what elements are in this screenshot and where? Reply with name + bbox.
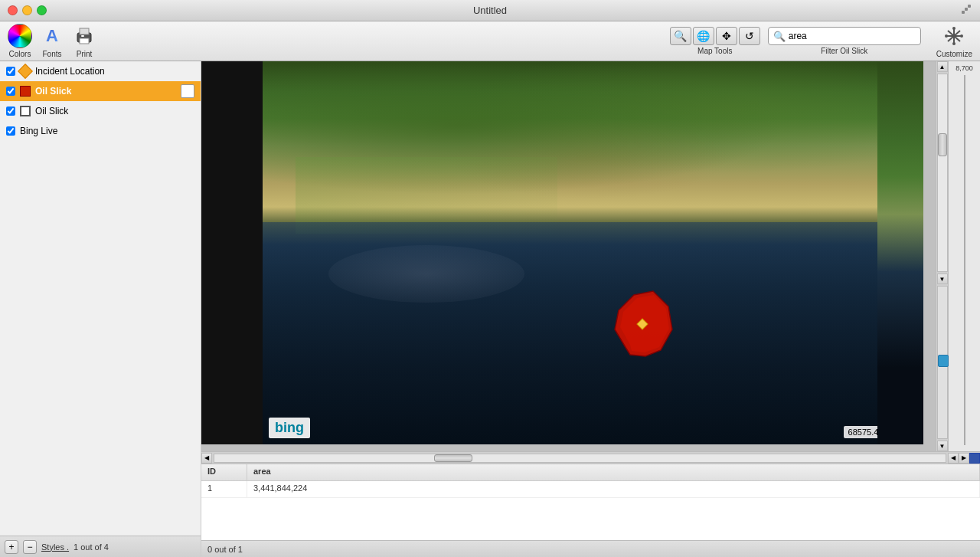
- layer-count: 1 out of 4: [74, 542, 109, 552]
- svg-rect-4: [80, 28, 89, 34]
- titlebar: Untitled: [0, 0, 980, 21]
- oil-slick-icon: [20, 106, 31, 116]
- hscroll-end-buttons: ◀ ▶: [948, 453, 980, 464]
- status-text: 0 out of 1: [207, 545, 243, 554]
- customize-area[interactable]: Customize: [936, 24, 972, 58]
- add-layer-button[interactable]: +: [5, 540, 18, 554]
- scroll-track-vertical[interactable]: [937, 74, 948, 272]
- oil-slick-selected-icon: [20, 86, 31, 97]
- layer-checkbox-oil-slick[interactable]: [6, 106, 15, 116]
- attribute-table: ID area 1 3,441,844,224: [201, 464, 980, 540]
- svg-rect-5: [80, 38, 89, 44]
- layer-checkbox-incident[interactable]: [6, 67, 15, 76]
- sidebar-bottom: + − Styles . 1 out of 4: [0, 536, 201, 557]
- hscroll-thumb[interactable]: [434, 454, 472, 462]
- customize-label: Customize: [936, 50, 972, 58]
- layer-item-oil-slick-selected[interactable]: Oil Slick ⬡: [0, 81, 201, 101]
- incident-location-icon: [18, 64, 33, 79]
- map-right-satellite: [877, 61, 923, 444]
- map-scrollbar-vertical[interactable]: ▲ ▼ ▼: [936, 61, 948, 451]
- layer-label-bing: Bing Live: [20, 126, 57, 136]
- svg-point-12: [952, 42, 956, 45]
- scroll-up-button[interactable]: ▲: [937, 61, 948, 72]
- scroll-thumb-vertical[interactable]: [938, 133, 947, 156]
- window-controls: [8, 5, 47, 15]
- layer-item-incident-location[interactable]: Incident Location: [0, 61, 201, 81]
- search-icon: 🔍: [773, 31, 786, 42]
- maximize-button[interactable]: [37, 5, 47, 15]
- svg-point-11: [952, 27, 956, 30]
- scroll-left-button[interactable]: ◀: [201, 453, 212, 464]
- remove-layer-button[interactable]: −: [23, 540, 37, 554]
- search-input[interactable]: [789, 31, 916, 41]
- fonts-icon: A: [40, 24, 64, 48]
- close-button[interactable]: [8, 5, 18, 15]
- svg-rect-1: [962, 11, 965, 14]
- refresh-button[interactable]: ↺: [739, 27, 760, 45]
- fonts-tool[interactable]: A Fonts: [40, 24, 64, 58]
- svg-rect-0: [968, 5, 971, 8]
- search-bar[interactable]: 🔍: [768, 27, 921, 45]
- map-row: bing 68575.4 metres ▲ ▼: [201, 61, 980, 451]
- scroll-prev-button[interactable]: ◀: [948, 453, 959, 464]
- col-header-id[interactable]: ID: [201, 464, 247, 480]
- svg-rect-6: [81, 35, 84, 37]
- layer-label-oil-slick: Oil Slick: [35, 106, 68, 116]
- oil-slick-polygon: [611, 287, 676, 360]
- attribute-table-header: ID area: [201, 464, 980, 481]
- layer-item-bing-live[interactable]: Bing Live: [0, 121, 201, 141]
- window-title: Untitled: [473, 5, 507, 16]
- layer-list: Incident Location Oil Slick ⬡ Oil Slick …: [0, 61, 201, 536]
- svg-point-14: [960, 34, 963, 38]
- main-layout: Incident Location Oil Slick ⬡ Oil Slick …: [0, 61, 980, 557]
- print-label: Print: [77, 50, 93, 58]
- scale-panel: 8,700: [948, 61, 980, 451]
- table-row[interactable]: 1 3,441,844,224: [201, 481, 980, 498]
- layer-checkbox-oil-slick-selected[interactable]: [6, 87, 15, 96]
- map-canvas[interactable]: bing 68575.4 metres: [201, 61, 936, 451]
- hscroll-end-indicator: [969, 453, 980, 464]
- svg-point-13: [945, 34, 948, 38]
- attribute-table-body: 1 3,441,844,224: [201, 481, 980, 540]
- layer-expand-button[interactable]: ⬡: [181, 84, 194, 98]
- status-bar: 0 out of 1: [201, 540, 980, 557]
- styles-link[interactable]: Styles .: [41, 542, 69, 552]
- map-tools-label: Map Tools: [697, 47, 732, 55]
- layer-label-incident: Incident Location: [35, 66, 105, 77]
- scale-value: 8,700: [956, 64, 973, 72]
- map-hscroll[interactable]: ◀ ◀ ▶: [201, 451, 980, 464]
- scroll-next-button[interactable]: ▶: [959, 453, 969, 464]
- map-image: bing 68575.4 metres: [263, 61, 917, 444]
- map-column: bing 68575.4 metres ▲ ▼: [201, 61, 980, 557]
- minimize-button[interactable]: [22, 5, 32, 15]
- zoom-slider-track[interactable]: [937, 286, 948, 439]
- svg-rect-2: [965, 8, 968, 11]
- print-icon: [72, 24, 96, 48]
- cell-id: 1: [201, 481, 247, 497]
- pan-button[interactable]: ✥: [716, 27, 737, 45]
- print-tool[interactable]: Print: [72, 24, 96, 58]
- layer-label-oil-slick-selected: Oil Slick: [35, 86, 71, 97]
- bing-logo: bing: [269, 418, 310, 438]
- cell-area: 3,441,844,224: [247, 481, 980, 497]
- customize-button[interactable]: [942, 24, 966, 48]
- layer-checkbox-bing[interactable]: [6, 126, 15, 136]
- search-area: 🔍 Filter Oil Slick: [768, 27, 921, 55]
- resize-icon: [960, 3, 972, 18]
- filter-label: Filter Oil Slick: [821, 47, 867, 55]
- zoom-slider-thumb[interactable]: [938, 355, 949, 367]
- sidebar: Incident Location Oil Slick ⬡ Oil Slick …: [0, 61, 201, 557]
- scroll-bottom-button[interactable]: ▼: [937, 441, 948, 451]
- fonts-label: Fonts: [42, 50, 61, 58]
- zoom-in-button[interactable]: 🔍: [670, 27, 691, 45]
- layer-item-oil-slick[interactable]: Oil Slick: [0, 101, 201, 121]
- col-header-area[interactable]: area: [247, 464, 980, 480]
- colors-label: Colors: [9, 50, 31, 58]
- map-left-dark: [201, 61, 263, 444]
- scroll-down-button[interactable]: ▼: [937, 274, 948, 284]
- hscroll-track[interactable]: [214, 454, 946, 463]
- colors-tool[interactable]: Colors: [8, 24, 32, 58]
- map-tools-area: 🔍 🌐 ✥ ↺ Map Tools: [670, 27, 760, 55]
- globe-button[interactable]: 🌐: [693, 27, 714, 45]
- toolbar: Colors A Fonts Print 🔍 🌐 ✥ ↺ Map Tools: [0, 21, 980, 61]
